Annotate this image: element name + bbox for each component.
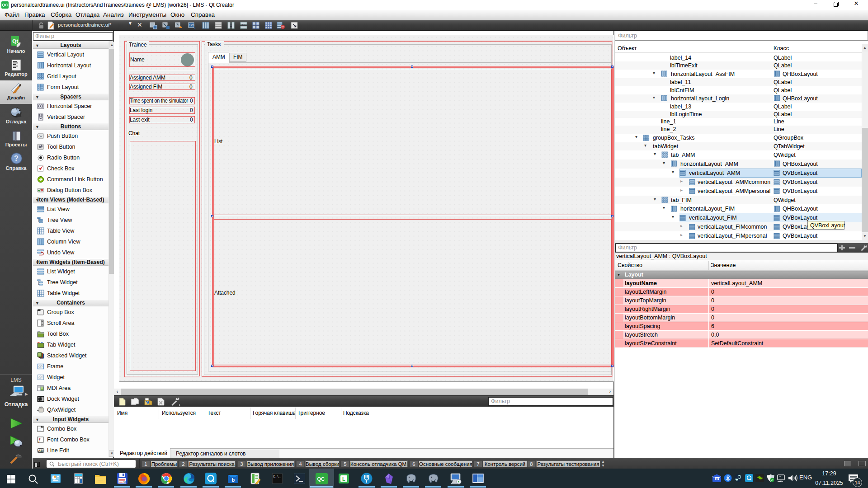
svg-text:123: 123 [189,23,194,27]
svg-text:17: 17 [716,478,719,480]
svg-text:L: L [342,476,345,482]
svg-text:Qt: Qt [12,38,18,44]
svg-text:?: ? [14,155,19,162]
svg-text:b: b [232,477,235,483]
svg-text:91: 91 [123,481,126,483]
svg-text:C:\_: C:\_ [273,475,281,479]
svg-text:QC: QC [317,476,325,482]
svg-text:OK: OK [38,135,42,138]
svg-text:ABƖ: ABƖ [38,449,44,452]
